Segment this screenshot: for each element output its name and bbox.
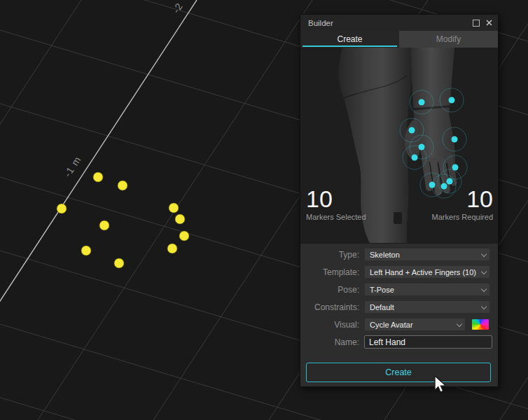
builder-form: Type: Skeleton Template: Left Hand + Act… — [300, 243, 498, 349]
application-window: { "colors": { "accent": "#38c6d6", "mark… — [0, 0, 528, 420]
preview-marker-dot — [409, 127, 415, 134]
chevron-down-icon — [481, 304, 487, 309]
marker-dot[interactable] — [99, 220, 109, 230]
type-label: Type: — [300, 250, 364, 260]
constraints-dropdown[interactable]: Default — [364, 300, 490, 314]
tab-modify[interactable]: Modify — [399, 31, 498, 48]
panel-title: Builder — [308, 19, 468, 27]
marker-dot[interactable] — [167, 244, 177, 253]
preview-marker-dot — [447, 178, 453, 185]
marker-dot[interactable] — [81, 246, 91, 255]
color-cycle-swatch[interactable] — [472, 319, 489, 330]
constraints-label: Constraints: — [300, 302, 364, 312]
preview-marker-dot — [412, 155, 418, 161]
active-tab-underline — [303, 46, 397, 47]
markers-selected-stat: 10 Markers Selected — [306, 187, 366, 221]
markers-required-count: 10 — [432, 187, 493, 211]
name-label: Name: — [300, 337, 364, 347]
mouse-cursor — [433, 374, 451, 396]
chevron-down-icon — [481, 251, 487, 257]
marker-dot[interactable] — [93, 172, 103, 182]
pose-label: Pose: — [300, 285, 364, 295]
preview-marker-dot — [419, 144, 425, 150]
panel-titlebar[interactable]: Builder — [300, 15, 498, 31]
close-icon[interactable] — [484, 18, 494, 28]
preview-marker-dot — [449, 97, 455, 104]
preview-marker-dot — [452, 136, 458, 143]
type-dropdown[interactable]: Skeleton — [364, 248, 490, 261]
markers-required-stat: 10 Markers Required — [432, 187, 493, 221]
pose-dropdown[interactable]: T-Pose — [364, 283, 490, 296]
tab-create[interactable]: Create — [300, 31, 399, 48]
marker-dot[interactable] — [179, 231, 189, 241]
chevron-down-icon — [457, 321, 462, 327]
visual-label: Visual: — [300, 320, 364, 330]
template-dropdown[interactable]: Left Hand + Active Fingers (10) — [364, 265, 490, 279]
grid-label-minus1m: -1 m — [62, 154, 83, 179]
name-input[interactable] — [364, 335, 492, 349]
grid-label-minus2: -2 — [170, 1, 185, 15]
chevron-down-icon — [481, 269, 487, 274]
builder-panel: Builder Create Modify — [300, 14, 499, 387]
markers-selected-label: Markers Selected — [306, 213, 366, 221]
maximize-icon[interactable] — [471, 18, 481, 28]
chevron-down-icon — [481, 286, 487, 292]
preview-marker-dot — [419, 99, 425, 106]
marker-dot[interactable] — [114, 258, 124, 268]
markers-selected-count: 10 — [306, 187, 366, 211]
create-button[interactable]: Create — [306, 363, 491, 382]
markers-required-label: Markers Required — [432, 213, 493, 221]
scene-markers[interactable] — [57, 172, 189, 268]
visual-dropdown[interactable]: Cycle Avatar — [364, 318, 466, 331]
marker-dot[interactable] — [57, 204, 67, 214]
grid-axis-line — [0, 0, 197, 420]
marker-dot[interactable] — [175, 214, 185, 224]
preview-marker-dot — [452, 164, 459, 171]
tab-bar: Create Modify — [300, 31, 498, 48]
template-label: Template: — [300, 267, 364, 277]
marker-dot[interactable] — [118, 181, 127, 190]
skeleton-preview: 10 Markers Selected 10 Markers Required — [300, 48, 498, 243]
hand-shape — [405, 48, 455, 192]
marker-dot[interactable] — [169, 203, 179, 213]
